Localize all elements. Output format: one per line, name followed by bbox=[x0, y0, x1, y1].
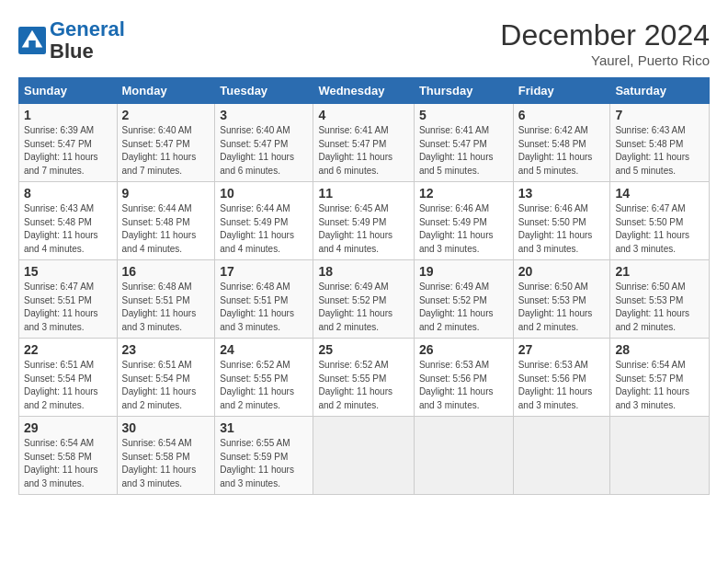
day-number: 18 bbox=[318, 264, 408, 279]
day-info: Sunrise: 6:47 AM Sunset: 5:51 PM Dayligh… bbox=[24, 281, 112, 334]
calendar-cell: 6 Sunrise: 6:42 AM Sunset: 5:48 PM Dayli… bbox=[513, 104, 610, 182]
calendar-cell: 8 Sunrise: 6:43 AM Sunset: 5:48 PM Dayli… bbox=[19, 182, 118, 260]
column-header-saturday: Saturday bbox=[610, 78, 710, 104]
calendar-cell: 30 Sunrise: 6:54 AM Sunset: 5:58 PM Dayl… bbox=[117, 417, 215, 495]
day-info: Sunrise: 6:45 AM Sunset: 5:49 PM Dayligh… bbox=[318, 202, 408, 256]
column-header-tuesday: Tuesday bbox=[215, 78, 313, 104]
day-info: Sunrise: 6:43 AM Sunset: 5:48 PM Dayligh… bbox=[615, 124, 704, 178]
calendar-cell: 25 Sunrise: 6:52 AM Sunset: 5:55 PM Dayl… bbox=[313, 339, 414, 417]
column-header-wednesday: Wednesday bbox=[313, 78, 414, 104]
calendar-cell: 16 Sunrise: 6:48 AM Sunset: 5:51 PM Dayl… bbox=[117, 260, 215, 339]
day-number: 4 bbox=[318, 108, 408, 122]
logo-text: General Blue bbox=[50, 18, 125, 63]
day-info: Sunrise: 6:41 AM Sunset: 5:47 PM Dayligh… bbox=[419, 124, 508, 178]
calendar-cell: 11 Sunrise: 6:45 AM Sunset: 5:49 PM Dayl… bbox=[313, 182, 414, 260]
day-info: Sunrise: 6:47 AM Sunset: 5:50 PM Dayligh… bbox=[615, 202, 704, 256]
logo: General Blue bbox=[18, 18, 125, 63]
day-info: Sunrise: 6:46 AM Sunset: 5:50 PM Dayligh… bbox=[518, 202, 606, 256]
day-info: Sunrise: 6:50 AM Sunset: 5:53 PM Dayligh… bbox=[615, 281, 704, 334]
day-info: Sunrise: 6:51 AM Sunset: 5:54 PM Dayligh… bbox=[122, 359, 210, 412]
calendar-cell: 28 Sunrise: 6:54 AM Sunset: 5:57 PM Dayl… bbox=[610, 339, 710, 417]
calendar-cell: 15 Sunrise: 6:47 AM Sunset: 5:51 PM Dayl… bbox=[19, 260, 118, 339]
day-info: Sunrise: 6:44 AM Sunset: 5:48 PM Dayligh… bbox=[122, 202, 210, 256]
calendar-row-4: 22 Sunrise: 6:51 AM Sunset: 5:54 PM Dayl… bbox=[19, 339, 710, 417]
day-number: 10 bbox=[220, 186, 308, 201]
day-number: 8 bbox=[24, 186, 112, 201]
calendar-cell: 7 Sunrise: 6:43 AM Sunset: 5:48 PM Dayli… bbox=[610, 104, 710, 182]
day-info: Sunrise: 6:54 AM Sunset: 5:58 PM Dayligh… bbox=[24, 437, 112, 490]
calendar-cell: 23 Sunrise: 6:51 AM Sunset: 5:54 PM Dayl… bbox=[117, 339, 215, 417]
calendar-cell: 9 Sunrise: 6:44 AM Sunset: 5:48 PM Dayli… bbox=[117, 182, 215, 260]
day-number: 15 bbox=[24, 264, 112, 279]
calendar-cell: 26 Sunrise: 6:53 AM Sunset: 5:56 PM Dayl… bbox=[414, 339, 513, 417]
day-info: Sunrise: 6:54 AM Sunset: 5:58 PM Dayligh… bbox=[122, 437, 210, 490]
day-number: 26 bbox=[419, 342, 508, 357]
day-number: 13 bbox=[518, 186, 606, 201]
calendar-cell: 13 Sunrise: 6:46 AM Sunset: 5:50 PM Dayl… bbox=[513, 182, 610, 260]
day-number: 20 bbox=[518, 264, 606, 279]
logo-icon bbox=[18, 27, 46, 54]
day-info: Sunrise: 6:55 AM Sunset: 5:59 PM Dayligh… bbox=[220, 437, 308, 490]
calendar-cell bbox=[610, 417, 710, 495]
day-info: Sunrise: 6:52 AM Sunset: 5:55 PM Dayligh… bbox=[318, 359, 408, 412]
page-header: General Blue December 2024 Yaurel, Puert… bbox=[18, 18, 710, 68]
calendar-cell: 31 Sunrise: 6:55 AM Sunset: 5:59 PM Dayl… bbox=[215, 417, 313, 495]
day-info: Sunrise: 6:42 AM Sunset: 5:48 PM Dayligh… bbox=[518, 124, 606, 178]
calendar-cell: 2 Sunrise: 6:40 AM Sunset: 5:47 PM Dayli… bbox=[117, 104, 215, 182]
day-number: 25 bbox=[318, 342, 408, 357]
day-info: Sunrise: 6:46 AM Sunset: 5:49 PM Dayligh… bbox=[419, 202, 508, 256]
day-number: 9 bbox=[122, 186, 210, 201]
day-info: Sunrise: 6:54 AM Sunset: 5:57 PM Dayligh… bbox=[615, 359, 704, 412]
day-info: Sunrise: 6:48 AM Sunset: 5:51 PM Dayligh… bbox=[122, 281, 210, 334]
day-info: Sunrise: 6:53 AM Sunset: 5:56 PM Dayligh… bbox=[419, 359, 508, 412]
calendar-row-2: 8 Sunrise: 6:43 AM Sunset: 5:48 PM Dayli… bbox=[19, 182, 710, 260]
day-number: 7 bbox=[615, 108, 704, 122]
calendar-row-3: 15 Sunrise: 6:47 AM Sunset: 5:51 PM Dayl… bbox=[19, 260, 710, 339]
day-info: Sunrise: 6:49 AM Sunset: 5:52 PM Dayligh… bbox=[419, 281, 508, 334]
day-number: 14 bbox=[615, 186, 704, 201]
calendar-cell: 10 Sunrise: 6:44 AM Sunset: 5:49 PM Dayl… bbox=[215, 182, 313, 260]
calendar-cell: 19 Sunrise: 6:49 AM Sunset: 5:52 PM Dayl… bbox=[414, 260, 513, 339]
month-title: December 2024 bbox=[500, 18, 710, 52]
day-info: Sunrise: 6:40 AM Sunset: 5:47 PM Dayligh… bbox=[220, 124, 308, 178]
day-number: 21 bbox=[615, 264, 704, 279]
day-number: 12 bbox=[419, 186, 508, 201]
day-info: Sunrise: 6:51 AM Sunset: 5:54 PM Dayligh… bbox=[24, 359, 112, 412]
day-info: Sunrise: 6:41 AM Sunset: 5:47 PM Dayligh… bbox=[318, 124, 408, 178]
calendar-cell: 14 Sunrise: 6:47 AM Sunset: 5:50 PM Dayl… bbox=[610, 182, 710, 260]
calendar-cell: 27 Sunrise: 6:53 AM Sunset: 5:56 PM Dayl… bbox=[513, 339, 610, 417]
day-info: Sunrise: 6:43 AM Sunset: 5:48 PM Dayligh… bbox=[24, 202, 112, 256]
day-number: 30 bbox=[122, 420, 210, 435]
day-number: 23 bbox=[122, 342, 210, 357]
day-info: Sunrise: 6:50 AM Sunset: 5:53 PM Dayligh… bbox=[518, 281, 606, 334]
calendar-cell bbox=[313, 417, 414, 495]
calendar-cell: 29 Sunrise: 6:54 AM Sunset: 5:58 PM Dayl… bbox=[19, 417, 118, 495]
day-number: 24 bbox=[220, 342, 308, 357]
calendar-cell: 12 Sunrise: 6:46 AM Sunset: 5:49 PM Dayl… bbox=[414, 182, 513, 260]
day-number: 11 bbox=[318, 186, 408, 201]
day-info: Sunrise: 6:53 AM Sunset: 5:56 PM Dayligh… bbox=[518, 359, 606, 412]
column-header-friday: Friday bbox=[513, 78, 610, 104]
calendar-cell: 21 Sunrise: 6:50 AM Sunset: 5:53 PM Dayl… bbox=[610, 260, 710, 339]
day-number: 19 bbox=[419, 264, 508, 279]
calendar-cell: 17 Sunrise: 6:48 AM Sunset: 5:51 PM Dayl… bbox=[215, 260, 313, 339]
calendar-cell: 18 Sunrise: 6:49 AM Sunset: 5:52 PM Dayl… bbox=[313, 260, 414, 339]
calendar-cell: 4 Sunrise: 6:41 AM Sunset: 5:47 PM Dayli… bbox=[313, 104, 414, 182]
day-number: 22 bbox=[24, 342, 112, 357]
day-number: 5 bbox=[419, 108, 508, 122]
day-number: 1 bbox=[24, 108, 112, 122]
calendar-cell: 1 Sunrise: 6:39 AM Sunset: 5:47 PM Dayli… bbox=[19, 104, 118, 182]
day-info: Sunrise: 6:44 AM Sunset: 5:49 PM Dayligh… bbox=[220, 202, 308, 256]
day-info: Sunrise: 6:48 AM Sunset: 5:51 PM Dayligh… bbox=[220, 281, 308, 334]
calendar-header-row: SundayMondayTuesdayWednesdayThursdayFrid… bbox=[19, 78, 710, 104]
day-number: 29 bbox=[24, 420, 112, 435]
day-number: 27 bbox=[518, 342, 606, 357]
day-number: 2 bbox=[122, 108, 210, 122]
day-info: Sunrise: 6:39 AM Sunset: 5:47 PM Dayligh… bbox=[24, 124, 112, 178]
day-number: 16 bbox=[122, 264, 210, 279]
column-header-sunday: Sunday bbox=[19, 78, 118, 104]
calendar-cell: 5 Sunrise: 6:41 AM Sunset: 5:47 PM Dayli… bbox=[414, 104, 513, 182]
calendar-cell: 22 Sunrise: 6:51 AM Sunset: 5:54 PM Dayl… bbox=[19, 339, 118, 417]
svg-rect-2 bbox=[28, 40, 36, 51]
day-number: 31 bbox=[220, 420, 308, 435]
